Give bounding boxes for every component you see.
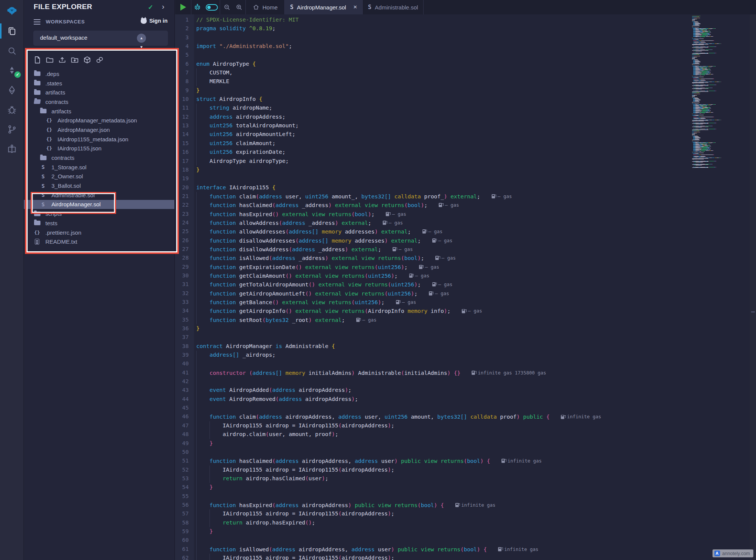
upload-folder-icon[interactable] bbox=[71, 56, 79, 64]
tree-item-administrable-sol[interactable]: SAdministrable.sol bbox=[24, 190, 174, 200]
panel-title: FILE EXPLORER bbox=[34, 3, 92, 11]
tree-item-airdropmanager-json[interactable]: {}AirdropManager.json bbox=[24, 125, 174, 135]
code-line-29: 29 function getExpirationDate() external… bbox=[175, 263, 691, 271]
annotely-logo: A bbox=[714, 551, 720, 556]
gas-estimate-badge: – gas bbox=[432, 280, 453, 289]
solidity-file-icon: S bbox=[39, 192, 47, 198]
tree-item-label: .prettierrc.json bbox=[45, 229, 81, 236]
line-number: 54 bbox=[175, 483, 189, 492]
tree-item-contracts[interactable]: contracts bbox=[24, 97, 174, 107]
minimap[interactable] bbox=[691, 14, 750, 173]
gas-pump-icon bbox=[356, 318, 360, 322]
folder-icon bbox=[39, 156, 47, 160]
tab-administrable[interactable]: S Administrable.sol bbox=[363, 0, 424, 14]
code-line-15: 15 uint256 claimAmount; bbox=[175, 139, 691, 148]
sidebar-item-deploy-run[interactable] bbox=[0, 80, 24, 100]
search-icon bbox=[7, 46, 17, 56]
code-area[interactable]: 1// SPDX-License-Identifier: MIT2pragma … bbox=[175, 14, 691, 560]
tree-item-iairdrop1155-json[interactable]: {}IAirdrop1155.json bbox=[24, 144, 174, 153]
run-script-button[interactable] bbox=[175, 0, 191, 14]
line-number: 58 bbox=[175, 518, 189, 527]
tree-item-tests[interactable]: tests bbox=[24, 218, 174, 228]
close-tab-icon[interactable]: × bbox=[353, 3, 357, 11]
ai-robot-icon[interactable] bbox=[194, 3, 201, 11]
tree-item-readme-txt[interactable]: README.txt bbox=[24, 237, 174, 246]
solidity-file-icon: S bbox=[368, 4, 371, 11]
workspaces-menu-icon[interactable] bbox=[34, 19, 40, 25]
scrollbar-marker bbox=[751, 311, 755, 312]
tree-item-airdropmanager-metadata-json[interactable]: {}AirdropManager_metadata.json bbox=[24, 116, 174, 125]
github-icon bbox=[141, 18, 147, 24]
publish-gist-icon[interactable] bbox=[96, 56, 104, 64]
workspace-dropdown-icon[interactable]: ▲▼ bbox=[137, 34, 146, 43]
tree-item--states[interactable]: .states bbox=[24, 79, 174, 88]
tree-item-airdropmanager-sol[interactable]: SAirdropManager.sol bbox=[24, 200, 174, 209]
tree-item--prettierrc-json[interactable]: {}.prettierrc.json bbox=[24, 228, 174, 237]
workspace-selector[interactable]: default_workspace ▲▼ bbox=[33, 31, 168, 46]
tree-item-artifacts[interactable]: artifacts bbox=[24, 88, 174, 97]
line-number: 61 bbox=[175, 545, 189, 554]
code-line-17: 17 AirdropType airdropType; bbox=[175, 157, 691, 166]
line-number: 19 bbox=[175, 174, 189, 183]
workspace-name: default_workspace bbox=[40, 34, 87, 41]
zoom-out-icon[interactable] bbox=[223, 3, 231, 11]
tree-item-label: IAirdrop1155_metadata.json bbox=[57, 136, 128, 142]
zoom-in-icon[interactable] bbox=[235, 3, 243, 11]
tree-item-label: .deps bbox=[45, 71, 59, 77]
code-line-45: 45 bbox=[175, 404, 691, 412]
tree-item-1-storage-sol[interactable]: S1_Storage.sol bbox=[24, 162, 174, 172]
remix-logo[interactable] bbox=[0, 0, 24, 21]
tree-item-label: artifacts bbox=[51, 108, 71, 114]
gas-pump-icon bbox=[432, 238, 436, 243]
line-number: 7 bbox=[175, 68, 189, 77]
code-line-41: 41 constructor (address[] memory initial… bbox=[175, 368, 691, 377]
code-line-58: 58 return airdrop.hasExpired(); bbox=[175, 518, 691, 527]
publish-ipfs-icon[interactable] bbox=[83, 56, 91, 64]
gas-estimate-badge: – gas bbox=[429, 289, 449, 298]
gas-estimate-badge: infinite gas 1735800 gas bbox=[472, 368, 546, 377]
sidebar-item-solidity-compiler[interactable]: ✓ bbox=[0, 60, 24, 80]
sidebar-item-debugger[interactable] bbox=[0, 100, 24, 119]
code-line-51: 51 function hasClaimed(address airdropAd… bbox=[175, 456, 691, 465]
tree-item-2-owner-sol[interactable]: S2_Owner.sol bbox=[24, 172, 174, 181]
tree-item-contracts[interactable]: contracts bbox=[24, 153, 174, 162]
line-number: 45 bbox=[175, 404, 189, 412]
gas-estimate-badge: – gas bbox=[422, 227, 443, 236]
code-line-10: 10struct AirdropInfo { bbox=[175, 95, 691, 104]
sidebar-item-git[interactable] bbox=[0, 119, 24, 139]
tree-item-3-ballot-sol[interactable]: S3_Ballot.sol bbox=[24, 181, 174, 190]
code-line-40: 40 bbox=[175, 359, 691, 368]
gas-estimate-badge: – gas bbox=[383, 218, 403, 227]
gas-pump-icon bbox=[561, 415, 564, 419]
new-folder-icon[interactable] bbox=[46, 56, 54, 64]
gas-pump-icon bbox=[498, 547, 501, 551]
upload-file-icon[interactable] bbox=[58, 56, 66, 64]
new-file-icon[interactable] bbox=[33, 56, 41, 64]
tab-airdropmanager[interactable]: S AirdropManager.sol × bbox=[285, 0, 363, 14]
line-number: 49 bbox=[175, 439, 189, 448]
line-number: 14 bbox=[175, 130, 189, 139]
tree-item-label: AirdropManager.json bbox=[57, 127, 110, 133]
sidebar-item-file-explorer[interactable] bbox=[0, 21, 24, 41]
tree-item--deps[interactable]: .deps bbox=[24, 69, 174, 79]
code-line-36: 36} bbox=[175, 324, 691, 333]
editor-scrollbar[interactable] bbox=[750, 14, 756, 560]
sidebar-item-search[interactable] bbox=[0, 41, 24, 60]
tab-home[interactable]: Home bbox=[246, 0, 285, 14]
line-number: 46 bbox=[175, 412, 189, 421]
json-file-icon: {} bbox=[33, 230, 41, 235]
json-file-icon: {} bbox=[45, 145, 53, 151]
line-number: 53 bbox=[175, 474, 189, 483]
panel-expand-chevron-icon[interactable]: › bbox=[162, 2, 165, 11]
line-number: 23 bbox=[175, 210, 189, 218]
tree-item-artifacts[interactable]: artifacts bbox=[24, 107, 174, 116]
sign-in-button[interactable]: Sign in bbox=[141, 18, 168, 24]
code-line-28: 28 function isAllowed(address _address) … bbox=[175, 254, 691, 262]
ethereum-icon bbox=[7, 85, 17, 95]
code-line-61: 61 function isAllowed(address airdropAdd… bbox=[175, 545, 691, 554]
sidebar-item-learneth[interactable] bbox=[0, 139, 24, 159]
line-number: 50 bbox=[175, 448, 189, 456]
tree-item-iairdrop1155-metadata-json[interactable]: {}IAirdrop1155_metadata.json bbox=[24, 135, 174, 144]
copilot-toggle[interactable] bbox=[206, 4, 218, 11]
tree-item-scripts[interactable]: scripts bbox=[24, 209, 174, 218]
